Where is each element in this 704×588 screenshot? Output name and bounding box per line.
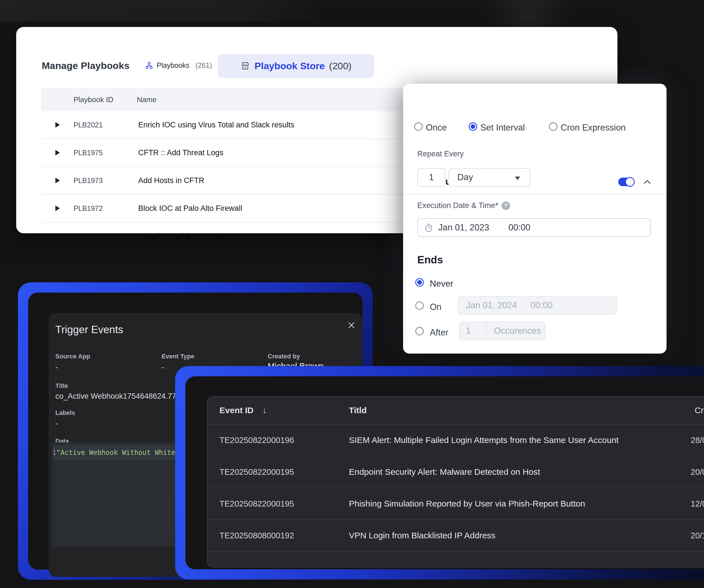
- divider: [403, 194, 666, 195]
- expand-caret-icon[interactable]: [55, 150, 60, 155]
- ends-on-datetime-input[interactable]: Jan 01, 2024 00:00: [458, 296, 617, 315]
- ends-after-occurrences-placeholder: Occurences: [486, 326, 541, 336]
- col-name: Name: [137, 95, 157, 104]
- events-table-band: Event ID ↓ Titld Creat TE20250822000196 …: [185, 376, 704, 569]
- tab-playbook-store[interactable]: Playbook Store (200): [218, 54, 374, 78]
- expand-caret-icon[interactable]: [55, 178, 60, 183]
- source-app-value: -: [55, 363, 58, 372]
- event-type-value: -: [162, 363, 164, 372]
- sort-desc-icon[interactable]: ↓: [262, 405, 267, 415]
- source-app-label: Source App: [55, 353, 90, 360]
- tab-playbooks[interactable]: Playbooks (261): [145, 58, 212, 72]
- event-created: 20/12: [691, 531, 704, 540]
- ends-after-count: 1: [460, 322, 486, 340]
- playbook-name: Add Hosts in CFTR: [138, 176, 204, 185]
- playbook-name: Calculate Incident Severity & Score: [138, 232, 258, 234]
- event-created: 12/02: [691, 499, 704, 509]
- radio-ends-on-label[interactable]: On: [430, 302, 442, 312]
- event-row[interactable]: TE20250822000195 Endpoint Security Alert…: [208, 456, 704, 488]
- ends-after-input[interactable]: 1 Occurences: [459, 322, 546, 340]
- data-code-editor[interactable]: 1 "Active Webhook Without Whitelisting": [52, 442, 195, 547]
- playbook-id: PLB1985: [73, 232, 103, 234]
- event-created: 28/08: [691, 436, 704, 445]
- page: Manage Playbooks Playbooks (261): [0, 0, 704, 588]
- schedule-playbook-card: Schedule Playbook Once Set Interval Cron…: [403, 84, 666, 353]
- event-id: TE20250822000196: [220, 436, 294, 445]
- repeat-value-input[interactable]: 1: [417, 168, 446, 187]
- page-title: Manage Playbooks: [42, 60, 129, 71]
- stopwatch-icon: [424, 222, 433, 233]
- line-number: 1: [52, 449, 56, 457]
- execution-time: 00:00: [509, 222, 531, 233]
- tab-playbooks-count: (261): [195, 61, 212, 70]
- col-title[interactable]: Titld: [349, 405, 367, 415]
- radio-ends-after-label[interactable]: After: [430, 327, 448, 338]
- event-type-label: Event Type: [162, 353, 194, 360]
- tab-playbooks-label: Playbooks: [157, 61, 189, 70]
- chevron-up-icon[interactable]: [643, 179, 651, 185]
- ends-on-time: 00:00: [531, 300, 553, 311]
- sitemap-icon: [145, 62, 153, 69]
- event-id: TE20250822000195: [220, 499, 294, 509]
- radio-set-interval[interactable]: [469, 122, 477, 131]
- expand-caret-icon[interactable]: [55, 205, 60, 211]
- playbook-name: CFTR :: Add Threat Logs: [138, 148, 223, 157]
- execution-datetime-input[interactable]: Jan 01, 2023 00:00: [417, 218, 651, 237]
- event-row[interactable]: TE20250822000195 Phishing Simulation Rep…: [208, 488, 704, 520]
- ends-heading: Ends: [417, 254, 443, 266]
- tab-store-count: (200): [329, 60, 351, 71]
- radio-ends-after[interactable]: [415, 327, 424, 335]
- ends-on-date: Jan 01, 2024: [466, 300, 517, 311]
- playbook-name: Enrich IOC using Virus Total and Slack r…: [138, 121, 294, 129]
- radio-set-interval-label[interactable]: Set Interval: [480, 123, 525, 133]
- tab-store-label: Playbook Store: [255, 60, 325, 71]
- event-created: 20/03: [691, 467, 704, 477]
- repeat-unit-value: Day: [457, 172, 473, 183]
- events-table-frame: Event ID ↓ Titld Creat TE20250822000196 …: [175, 366, 704, 580]
- title-label: Title: [55, 382, 68, 390]
- col-event-id[interactable]: Event ID: [220, 405, 253, 415]
- playbook-id: PLB1973: [73, 177, 103, 185]
- labels-value: -: [55, 419, 58, 428]
- background-glow: [0, 0, 327, 21]
- events-table-panel: Event ID ↓ Titld Creat TE20250822000196 …: [207, 396, 704, 568]
- repeat-every-label: Repeat Every: [417, 149, 464, 158]
- execution-label-row: Execution Date & Time* ?: [417, 201, 510, 210]
- radio-once-label[interactable]: Once: [426, 123, 447, 133]
- radio-cron-expression[interactable]: [549, 122, 558, 131]
- radio-once[interactable]: [414, 122, 423, 131]
- col-created[interactable]: Creat: [695, 405, 704, 415]
- trigger-events-title: Trigger Events: [55, 324, 123, 336]
- expand-caret-icon[interactable]: [55, 122, 60, 128]
- dropdown-caret-icon: [515, 177, 520, 180]
- event-id: TE20250822000195: [220, 467, 294, 477]
- labels-label: Labels: [55, 409, 75, 416]
- radio-cron-expression-label[interactable]: Cron Expression: [561, 123, 626, 133]
- event-title: Endpoint Security Alert: Malware Detecte…: [349, 467, 540, 477]
- close-icon[interactable]: [347, 320, 356, 330]
- playbook-id: PLB1975: [73, 149, 103, 157]
- playbook-id: PLB2021: [73, 121, 103, 129]
- radio-ends-on[interactable]: [415, 302, 424, 310]
- event-row[interactable]: TE20250808000192 VPN Login from Blacklis…: [208, 520, 704, 552]
- execution-date: Jan 01, 2023: [438, 222, 489, 233]
- playbook-name: Block IOC at Palo Alto Firewall: [138, 204, 242, 213]
- execution-label: Execution Date & Time*: [417, 201, 498, 210]
- radio-ends-never[interactable]: [415, 278, 424, 286]
- col-playbook-id: Playbook ID: [73, 95, 113, 104]
- event-id: TE20250808000192: [220, 531, 294, 540]
- event-title: SIEM Alert: Multiple Failed Login Attemp…: [349, 435, 619, 445]
- store-icon: [240, 61, 250, 71]
- events-table-header: Event ID ↓ Titld Creat: [208, 397, 704, 424]
- event-title: Phishing Simulation Reported by User via…: [349, 499, 585, 509]
- radio-ends-never-label[interactable]: Never: [430, 279, 453, 289]
- schedule-toggle[interactable]: [618, 178, 634, 186]
- help-icon[interactable]: ?: [502, 201, 510, 210]
- event-title: VPN Login from Blacklisted IP Address: [349, 531, 495, 540]
- playbook-id: PLB1972: [73, 204, 103, 212]
- repeat-unit-select[interactable]: Day: [449, 168, 530, 187]
- code-line: 1 "Active Webhook Without Whitelisting": [52, 445, 195, 460]
- event-row[interactable]: TE20250822000196 SIEM Alert: Multiple Fa…: [208, 424, 704, 456]
- created-by-label: Created by: [268, 353, 300, 360]
- toggle-knob: [625, 177, 635, 187]
